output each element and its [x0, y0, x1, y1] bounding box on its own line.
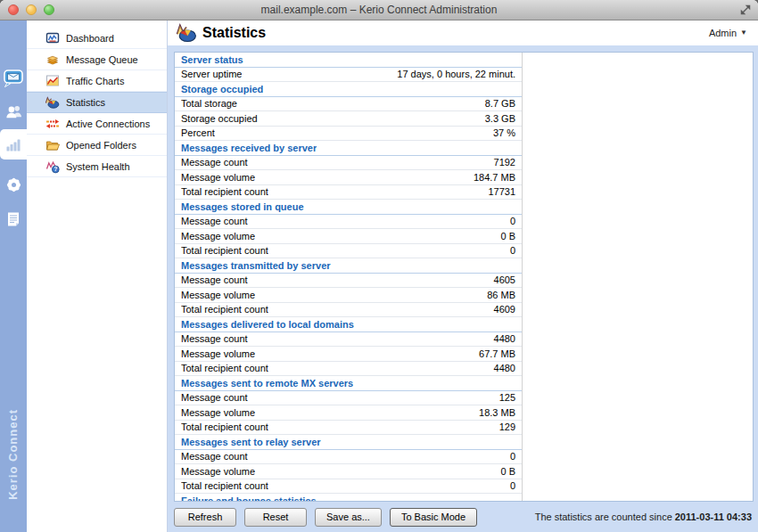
- section-title: Messages delivered to local domains: [181, 319, 354, 330]
- settings-gear-icon: [4, 176, 23, 194]
- stat-label: Message count: [181, 333, 248, 344]
- stat-value: 0: [510, 480, 515, 491]
- sidebar-item-traffic-charts[interactable]: Traffic Charts: [27, 70, 167, 92]
- statistics-content: Server statusServer uptime17 days, 0 hou…: [168, 45, 758, 504]
- stat-label: Total recipient count: [181, 245, 268, 256]
- stat-row: Storage occupied3.3 GB: [175, 111, 522, 127]
- stat-row: Total storage8.7 GB: [175, 97, 522, 112]
- page-title: Statistics: [202, 25, 266, 41]
- stat-value: 125: [499, 392, 515, 403]
- stat-value: 18.3 MB: [479, 407, 515, 418]
- section-header-row: Failure and bounce statistics: [175, 494, 522, 501]
- stat-label: Message count: [181, 451, 248, 462]
- section-title: Failure and bounce statistics: [181, 495, 317, 501]
- stat-value: 0 B: [500, 466, 515, 477]
- rail-item-kerio-logo-icon[interactable]: [0, 65, 27, 92]
- footer-toolbar: RefreshResetSave as...To Basic Mode The …: [168, 504, 758, 532]
- stat-label: Percent: [181, 127, 215, 138]
- statistics-rows-column: Server statusServer uptime17 days, 0 hou…: [175, 53, 523, 501]
- section-title: Messages transmitted by server: [181, 260, 331, 271]
- sidebar-item-label: Active Connections: [66, 119, 150, 129]
- sidebar-item-active-connections[interactable]: Active Connections: [27, 113, 167, 135]
- stat-value: 4605: [494, 274, 515, 285]
- sidebar: DashboardMessage QueueTraffic ChartsStat…: [27, 20, 168, 532]
- stat-row: Total recipient count0: [175, 244, 522, 259]
- sidebar-item-system-health[interactable]: ?System Health: [27, 156, 167, 177]
- rail-item-logs-icon[interactable]: [0, 206, 27, 233]
- system-health-icon: ?: [45, 160, 60, 174]
- rail-item-statistics-rail-icon[interactable]: [0, 129, 27, 160]
- sidebar-item-label: Dashboard: [66, 33, 114, 44]
- traffic-charts-icon: [45, 74, 60, 88]
- stat-value: 17731: [488, 186, 515, 197]
- sidebar-item-label: Message Queue: [66, 54, 138, 65]
- stat-value: 184.7 MB: [474, 172, 515, 183]
- message-queue-icon: [45, 53, 60, 67]
- sidebar-item-opened-folders[interactable]: Opened Folders: [27, 135, 167, 156]
- stat-label: Total recipient count: [181, 186, 268, 197]
- window-titlebar[interactable]: mail.example.com – Kerio Connect Adminis…: [0, 0, 758, 20]
- section-header-row: Storage occupied: [175, 82, 522, 97]
- stat-row: Message volume18.3 MB: [175, 405, 522, 421]
- stat-row: Server uptime17 days, 0 hours, 22 minut.: [175, 68, 522, 83]
- stat-row: Message volume184.7 MB: [175, 170, 522, 185]
- stat-row: Message count125: [175, 391, 522, 406]
- stat-label: Total recipient count: [181, 304, 268, 315]
- save-as-button[interactable]: Save as...: [315, 508, 382, 527]
- main-panel: Statistics Admin ▼ Server statusServer u…: [168, 20, 758, 532]
- fullscreen-icon[interactable]: [738, 3, 753, 17]
- statistics-page-icon: [175, 22, 198, 44]
- to-basic-mode-button[interactable]: To Basic Mode: [390, 508, 477, 527]
- status-text: The statistics are counted since2011-03-…: [535, 512, 752, 522]
- window-title: mail.example.com – Kerio Connect Adminis…: [0, 0, 758, 20]
- stat-label: Message volume: [181, 466, 255, 477]
- section-header-row: Messages delivered to local domains: [175, 317, 522, 332]
- stat-value: 17 days, 0 hours, 22 minut.: [397, 69, 515, 79]
- stat-label: Message count: [181, 392, 248, 403]
- stat-value: 7192: [494, 157, 515, 168]
- page-header: Statistics Admin ▼: [168, 20, 758, 45]
- stat-value: 0: [510, 216, 515, 226]
- stat-label: Message volume: [181, 231, 255, 241]
- rail-item-settings-gear-icon[interactable]: [0, 171, 27, 198]
- table-empty-area: [523, 53, 753, 501]
- refresh-button[interactable]: Refresh: [174, 508, 236, 527]
- statistics-table: Server statusServer uptime17 days, 0 hou…: [174, 52, 754, 502]
- section-title: Messages sent to remote MX servers: [181, 378, 353, 389]
- section-title: Storage occupied: [181, 84, 263, 94]
- stat-value: 129: [499, 422, 515, 432]
- stat-value: 3.3 GB: [485, 113, 515, 124]
- dashboard-icon: [45, 31, 60, 45]
- stat-label: Total storage: [181, 98, 237, 109]
- stat-value: 67.7 MB: [479, 348, 515, 359]
- stat-label: Server uptime: [181, 69, 242, 79]
- stat-label: Message volume: [181, 407, 255, 418]
- section-header-row: Messages sent to relay server: [175, 435, 522, 450]
- statistics-icon: [45, 95, 60, 110]
- stat-label: Total recipient count: [181, 422, 268, 432]
- stat-row: Total recipient count4480: [175, 362, 522, 377]
- status-date: 2011-03-11 04:33: [675, 512, 752, 522]
- stat-row: Message count4480: [175, 332, 522, 348]
- sidebar-item-statistics[interactable]: Statistics: [27, 92, 167, 113]
- sidebar-item-dashboard[interactable]: Dashboard: [27, 28, 167, 49]
- app-body: Kerio Connect DashboardMessage QueueTraf…: [0, 20, 758, 532]
- stat-row: Message volume0 B: [175, 464, 522, 479]
- stat-row: Message count7192: [175, 156, 522, 171]
- stat-label: Total recipient count: [181, 480, 268, 491]
- kerio-logo-icon: [3, 68, 24, 89]
- logs-icon: [4, 210, 22, 228]
- stat-row: Percent37 %: [175, 127, 522, 142]
- stat-label: Message volume: [181, 348, 255, 359]
- admin-menu[interactable]: Admin ▼: [709, 20, 747, 45]
- stat-value: 0: [510, 245, 515, 256]
- stat-label: Message count: [181, 157, 248, 168]
- stat-value: 4609: [494, 304, 515, 315]
- reset-button[interactable]: Reset: [244, 508, 307, 527]
- stat-value: 4480: [494, 363, 515, 373]
- sidebar-item-message-queue[interactable]: Message Queue: [27, 49, 167, 70]
- rail-item-users-icon[interactable]: [0, 98, 27, 125]
- stat-value: 37 %: [493, 127, 515, 138]
- stat-label: Message count: [181, 274, 248, 285]
- stat-value: 0: [510, 451, 515, 462]
